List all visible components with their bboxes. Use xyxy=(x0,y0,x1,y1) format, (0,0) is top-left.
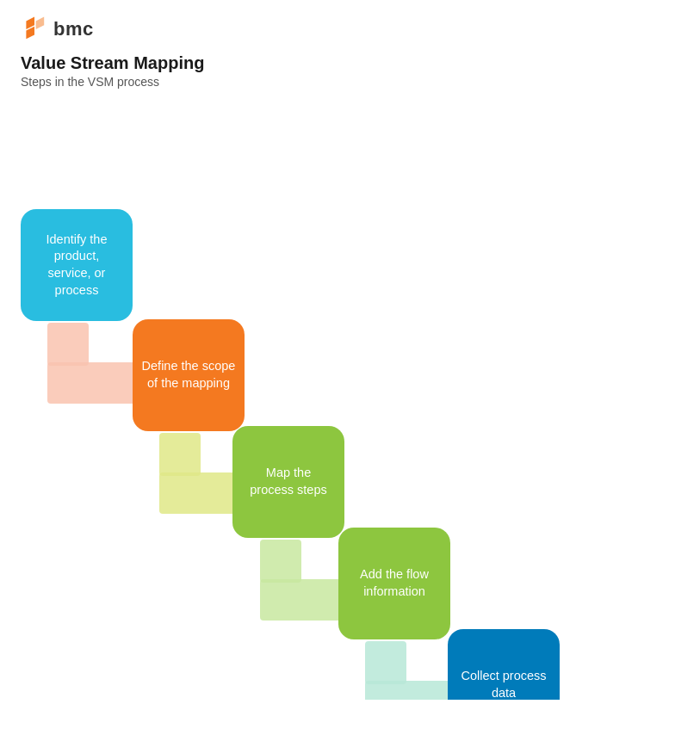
diagram-svg: Identify the product, service, or proces… xyxy=(0,97,700,700)
svg-rect-12 xyxy=(365,641,406,684)
bmc-logo: bmc xyxy=(21,15,94,43)
bmc-icon-svg xyxy=(21,15,48,43)
svg-marker-2 xyxy=(36,17,45,29)
title-section: Value Stream Mapping Steps in the VSM pr… xyxy=(0,50,700,89)
header: bmc xyxy=(0,0,700,50)
svg-rect-4 xyxy=(47,362,146,404)
page-title: Value Stream Mapping xyxy=(21,53,679,73)
svg-rect-3 xyxy=(47,323,89,366)
brand-name: bmc xyxy=(53,18,94,40)
diagram-area: Identify the product, service, or proces… xyxy=(0,97,700,700)
svg-rect-9 xyxy=(260,540,301,583)
svg-rect-6 xyxy=(159,433,201,476)
page-subtitle: Steps in the VSM process xyxy=(21,75,679,89)
